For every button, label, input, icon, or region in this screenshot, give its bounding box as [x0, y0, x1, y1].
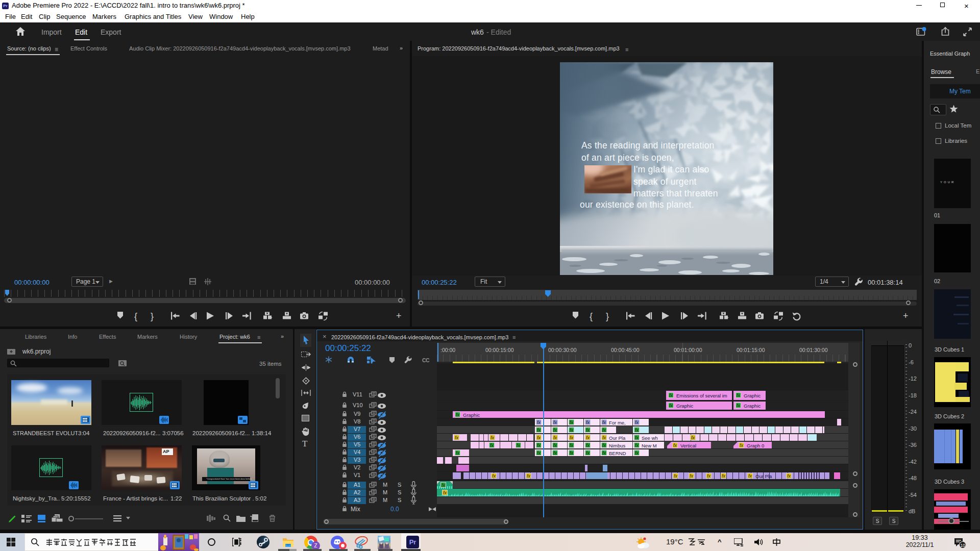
svg-text:V10: V10	[353, 402, 363, 408]
svg-text:S: S	[398, 482, 401, 488]
svg-text:V7: V7	[354, 426, 360, 432]
svg-text:10: 10	[961, 543, 966, 548]
svg-text:S: S	[398, 497, 401, 503]
svg-text:V5: V5	[354, 441, 360, 447]
svg-text:V9: V9	[354, 411, 360, 417]
svg-text:V4: V4	[354, 449, 360, 455]
svg-text:CC: CC	[422, 357, 430, 363]
svg-text:}: }	[606, 311, 609, 321]
svg-text:{: {	[134, 311, 137, 321]
svg-text:V2: V2	[354, 464, 360, 470]
svg-text:V6: V6	[354, 434, 360, 440]
svg-text:M: M	[383, 482, 387, 488]
svg-text:M: M	[383, 489, 387, 495]
svg-text:A3: A3	[354, 497, 360, 503]
svg-text:V8: V8	[354, 418, 360, 424]
svg-text:{: {	[590, 311, 593, 321]
svg-text:V1: V1	[354, 472, 360, 478]
svg-text:V3: V3	[354, 457, 360, 463]
svg-text:V11: V11	[353, 391, 362, 397]
svg-text:A2: A2	[354, 489, 360, 495]
svg-text:A1: A1	[354, 482, 360, 488]
svg-text:M: M	[383, 497, 387, 503]
svg-text:S: S	[398, 489, 401, 495]
svg-text:}: }	[151, 311, 154, 321]
svg-text:Mix: Mix	[351, 506, 360, 513]
svg-text:0.0: 0.0	[390, 506, 399, 513]
